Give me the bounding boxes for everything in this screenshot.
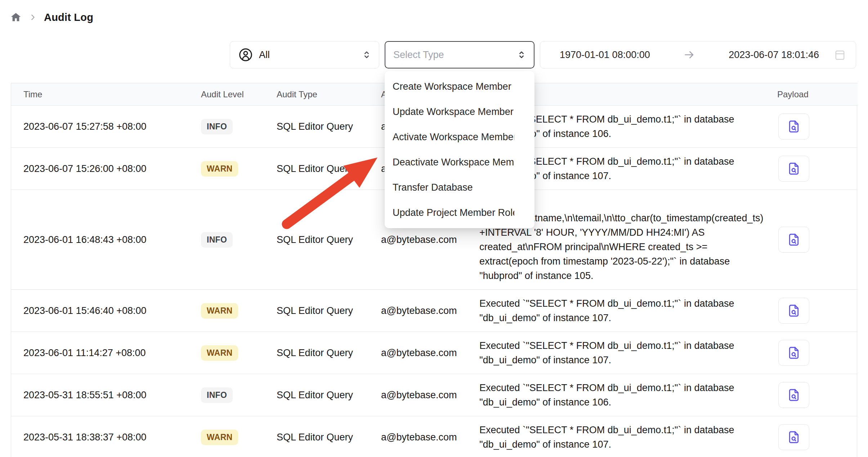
- cell-audit-type: SQL Editor Query: [277, 416, 381, 457]
- view-payload-button[interactable]: [778, 424, 809, 450]
- status-badge: WARN: [201, 345, 238, 361]
- status-badge: INFO: [201, 387, 233, 403]
- chevron-right-icon: [29, 13, 37, 21]
- cell-actor: a@bytebase.com: [381, 416, 479, 457]
- cell-actor: a@bytebase.com: [381, 290, 479, 332]
- filter-bar: All Select Type 1970-01-01 08:00:00 2023…: [0, 41, 868, 68]
- date-range-picker[interactable]: 1970-01-01 08:00:00 2023-06-07 18:01:46: [540, 41, 856, 68]
- file-search-icon: [787, 303, 801, 318]
- updown-chevrons-icon: [516, 50, 527, 60]
- cell-audit-type: SQL Editor Query: [277, 290, 381, 332]
- table-row: 2023-06-01 15:46:40 +08:00 WARN SQL Edit…: [11, 290, 858, 332]
- cell-comment: Executed `"SELECT * FROM db_ui_demo.t1;"…: [479, 332, 777, 374]
- cell-audit-type: SQL Editor Query: [277, 190, 381, 290]
- cell-time: 2023-06-07 15:27:58 +08:00: [11, 106, 201, 148]
- menu-item-deactivate-workspace-member[interactable]: Deactivate Workspace Member: [385, 150, 514, 175]
- menu-item-update-project-member-role[interactable]: Update Project Member Role: [385, 200, 514, 225]
- file-search-icon: [787, 161, 801, 176]
- cell-audit-type: SQL Editor Query: [277, 374, 381, 416]
- table-row: 2023-05-31 18:38:37 +08:00 WARN SQL Edit…: [11, 416, 858, 457]
- type-filter-placeholder: Select Type: [393, 49, 516, 61]
- col-header-time: Time: [11, 83, 201, 106]
- status-badge: INFO: [201, 232, 233, 248]
- calendar-icon[interactable]: [833, 48, 846, 61]
- cell-time: 2023-06-01 16:48:43 +08:00: [11, 190, 201, 290]
- file-search-icon: [787, 119, 801, 134]
- cell-audit-type: SQL Editor Query: [277, 332, 381, 374]
- actor-filter-select[interactable]: All: [230, 41, 379, 68]
- cell-time: 2023-05-31 18:55:51 +08:00: [11, 374, 201, 416]
- cell-comment: Executed `"SELECT * FROM db_ui_demo.t1;"…: [479, 374, 777, 416]
- date-range-start[interactable]: 1970-01-01 08:00:00: [560, 49, 650, 61]
- audit-log-page: Audit Log All Select Type 1970-01: [0, 0, 868, 457]
- date-range-end[interactable]: 2023-06-07 18:01:46: [729, 49, 819, 61]
- home-icon[interactable]: [10, 12, 22, 23]
- view-payload-button[interactable]: [778, 156, 809, 182]
- menu-item-transfer-database[interactable]: Transfer Database: [385, 175, 514, 200]
- cell-audit-type: SQL Editor Query: [277, 148, 381, 190]
- col-header-payload: Payload: [777, 83, 858, 106]
- view-payload-button[interactable]: [778, 227, 809, 253]
- view-payload-button[interactable]: [778, 298, 809, 324]
- view-payload-button[interactable]: [778, 382, 809, 408]
- status-badge: INFO: [201, 119, 233, 134]
- view-payload-button[interactable]: [778, 114, 809, 139]
- cell-time: 2023-05-31 18:38:37 +08:00: [11, 416, 201, 457]
- col-header-audit-type: Audit Type: [277, 83, 381, 106]
- cell-comment: Executed `"SELECT * FROM db_ui_demo.t1;"…: [479, 416, 777, 457]
- arrow-right-icon: [666, 49, 713, 61]
- type-dropdown-menu: Create Workspace Member Update Workspace…: [385, 71, 534, 228]
- cell-time: 2023-06-07 15:26:00 +08:00: [11, 148, 201, 190]
- cell-time: 2023-06-01 15:46:40 +08:00: [11, 290, 201, 332]
- file-search-icon: [787, 346, 801, 360]
- status-badge: WARN: [201, 430, 238, 445]
- view-payload-button[interactable]: [778, 340, 809, 366]
- status-badge: WARN: [201, 303, 238, 319]
- cell-time: 2023-06-01 11:14:27 +08:00: [11, 332, 201, 374]
- file-search-icon: [787, 232, 801, 247]
- cell-actor: a@bytebase.com: [381, 374, 479, 416]
- updown-chevrons-icon: [362, 50, 372, 60]
- table-row: 2023-05-31 18:55:51 +08:00 INFO SQL Edit…: [11, 374, 858, 416]
- file-search-icon: [787, 388, 801, 402]
- actor-filter-value: All: [259, 49, 362, 61]
- type-filter-select[interactable]: Select Type: [385, 41, 534, 68]
- menu-item-create-workspace-member[interactable]: Create Workspace Member: [385, 74, 514, 99]
- menu-item-update-workspace-member[interactable]: Update Workspace Member: [385, 99, 514, 124]
- page-title: Audit Log: [44, 12, 93, 23]
- status-badge: WARN: [201, 161, 238, 177]
- table-row: 2023-06-01 11:14:27 +08:00 WARN SQL Edit…: [11, 332, 858, 374]
- cell-comment: Executed `"SELECT * FROM db_ui_demo.t1;"…: [479, 290, 777, 332]
- person-circle-icon: [238, 47, 253, 62]
- cell-audit-type: SQL Editor Query: [277, 106, 381, 148]
- file-search-icon: [787, 430, 801, 444]
- menu-item-activate-workspace-member[interactable]: Activate Workspace Member: [385, 124, 514, 150]
- breadcrumb: Audit Log: [10, 9, 93, 26]
- cell-actor: a@bytebase.com: [381, 332, 479, 374]
- col-header-audit-level: Audit Level: [201, 83, 277, 106]
